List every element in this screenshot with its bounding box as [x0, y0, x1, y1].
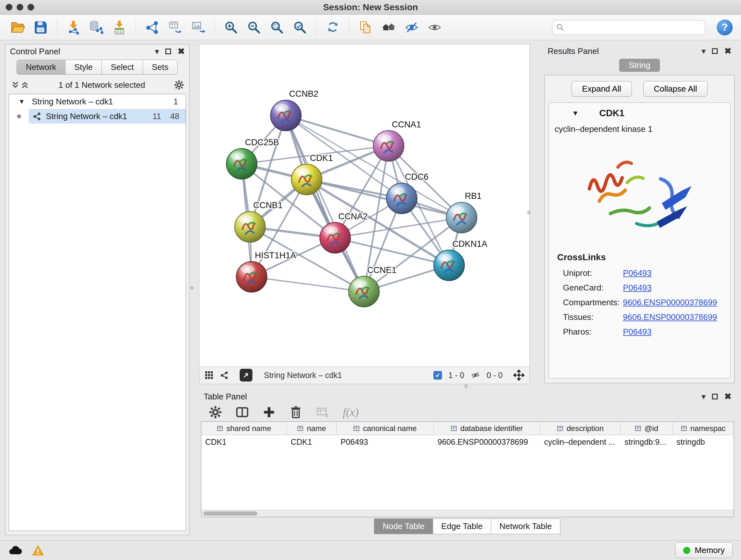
column-header-description[interactable]: description — [540, 422, 621, 435]
network-node-CCNB2[interactable]: CCNB2 — [271, 89, 319, 131]
gene-collapse-icon[interactable]: ▼ — [572, 109, 579, 118]
panel-float-icon[interactable] — [712, 394, 718, 399]
collapse-all-icon[interactable] — [10, 80, 20, 90]
refresh-button[interactable] — [324, 18, 342, 37]
copy-document-button[interactable] — [356, 18, 375, 37]
show-all-button[interactable] — [425, 18, 444, 37]
pan-crosshair-icon[interactable] — [514, 370, 524, 381]
tree-expand-icon[interactable]: ▼ — [18, 98, 25, 105]
column-header-shared-name[interactable]: shared name — [201, 422, 287, 435]
grid-view-icon[interactable] — [205, 371, 213, 380]
import-table-file-button[interactable] — [110, 18, 129, 37]
show-columns-icon[interactable] — [235, 406, 249, 419]
column-header-database-identifier[interactable]: database identifier — [434, 422, 540, 435]
zoom-in-button[interactable] — [222, 18, 240, 37]
network-edge-CCNB2-CCNE1[interactable] — [286, 116, 364, 292]
table-cell[interactable]: cyclin–dependent ... — [540, 435, 621, 449]
network-node-CDK1[interactable]: CDK1 — [291, 153, 333, 195]
tab-network-table[interactable]: Network Table — [491, 518, 560, 534]
network-canvas[interactable]: CCNB2CCNA1CDC25BCDK1CDC6RB1CCNB1CCNA2CDK… — [199, 44, 529, 367]
import-network-database-button[interactable] — [87, 18, 106, 37]
cloud-icon[interactable] — [8, 545, 22, 556]
collapse-all-button[interactable]: Collapse All — [643, 81, 708, 97]
tab-node-table[interactable]: Node Table — [374, 518, 433, 534]
network-node-CDKN1A[interactable]: CDKN1A — [434, 239, 487, 281]
window-close-button[interactable] — [6, 4, 12, 10]
zoom-fit-button[interactable] — [268, 18, 286, 37]
network-node-CCNA1[interactable]: CCNA1 — [374, 119, 421, 161]
crosslink-value-link[interactable]: P06493 — [623, 327, 652, 337]
add-column-icon[interactable] — [262, 406, 276, 419]
gear-icon[interactable] — [174, 80, 184, 90]
network-from-table-button[interactable] — [166, 18, 185, 37]
zoom-selected-button[interactable] — [291, 18, 309, 37]
tab-network[interactable]: Network — [17, 60, 65, 75]
selected-checkbox-icon[interactable] — [433, 371, 442, 380]
zoom-out-button[interactable] — [245, 18, 263, 37]
help-button[interactable]: ? — [717, 19, 733, 36]
expand-all-icon[interactable] — [20, 80, 30, 90]
panel-minimize-icon[interactable]: ▾ — [155, 47, 159, 56]
crosslink-value-link[interactable]: P06493 — [623, 283, 652, 293]
import-network-file-button[interactable] — [64, 18, 83, 37]
network-edge-CCNE1-HIST1H1A[interactable] — [252, 277, 364, 292]
window-zoom-button[interactable] — [27, 4, 34, 10]
table-settings-gear-icon[interactable] — [209, 406, 222, 419]
hide-selected-button[interactable] — [402, 18, 421, 37]
delete-column-icon[interactable] — [289, 406, 302, 419]
table-row[interactable]: CDK1CDK1P064939606.ENSP00000378699cyclin… — [201, 435, 734, 449]
column-header-namespac[interactable]: namespac — [673, 422, 734, 435]
open-session-button[interactable] — [8, 18, 27, 37]
network-node-CDC25B[interactable]: CDC25B — [226, 137, 279, 179]
memory-button[interactable]: Memory — [675, 543, 733, 558]
network-node-CCNE1[interactable]: CCNE1 — [348, 265, 396, 307]
panel-float-icon[interactable] — [165, 49, 171, 54]
panel-minimize-icon[interactable]: ▾ — [701, 47, 705, 55]
network-node-RB1[interactable]: RB1 — [446, 191, 482, 233]
home-button[interactable] — [380, 18, 398, 37]
table-cell[interactable]: CDK1 — [201, 435, 287, 449]
function-builder-button[interactable]: f(x) — [343, 406, 359, 419]
table-cell[interactable]: stringdb — [673, 435, 734, 449]
splitter-handle[interactable] — [190, 286, 194, 290]
hidden-eye-slash-icon[interactable] — [471, 370, 480, 380]
panel-float-icon[interactable] — [712, 48, 718, 54]
new-network-button[interactable] — [143, 18, 161, 37]
table-cell[interactable]: CDK1 — [287, 435, 337, 449]
crosslink-value-link[interactable]: 9606.ENSP00000378699 — [623, 312, 717, 322]
table-horizontal-scrollbar[interactable] — [201, 510, 734, 517]
window-minimize-button[interactable] — [17, 4, 23, 10]
search-input[interactable] — [568, 23, 701, 32]
panel-minimize-icon[interactable]: ▾ — [701, 392, 705, 401]
column-header-canonical-name[interactable]: canonical name — [337, 422, 434, 435]
share-view-icon[interactable] — [220, 371, 229, 380]
tab-edge-table[interactable]: Edge Table — [433, 518, 491, 534]
gene-section-header[interactable]: ▼ CDK1 — [549, 103, 730, 122]
results-tab-string[interactable]: String — [619, 59, 660, 72]
search-box[interactable] — [552, 20, 705, 35]
expand-all-button[interactable]: Expand All — [571, 81, 632, 97]
splitter-handle[interactable] — [464, 384, 468, 388]
table-cell[interactable]: 9606.ENSP00000378699 — [434, 435, 540, 449]
table-cell[interactable]: stringdb:9... — [621, 435, 673, 449]
scrollbar-thumb[interactable] — [203, 511, 258, 516]
crosslink-value-link[interactable]: P06493 — [623, 268, 652, 278]
warning-icon[interactable] — [32, 545, 44, 556]
column-header--id[interactable]: @id — [621, 422, 673, 435]
splitter-handle[interactable] — [527, 211, 531, 214]
network-collection-row[interactable]: ▼ String Network – cdk1 1 — [9, 94, 186, 109]
open-external-button[interactable] — [240, 369, 253, 381]
table-cell[interactable]: P06493 — [337, 435, 434, 449]
tab-select[interactable]: Select — [102, 60, 143, 75]
tab-sets[interactable]: Sets — [143, 60, 178, 75]
panel-close-icon[interactable]: ✖ — [178, 47, 185, 56]
panel-close-icon[interactable]: ✖ — [724, 392, 731, 401]
column-header-name[interactable]: name — [287, 422, 337, 435]
tab-style[interactable]: Style — [65, 60, 102, 75]
save-session-button[interactable] — [31, 18, 50, 37]
crosslink-value-link[interactable]: 9606.ENSP00000378699 — [623, 298, 717, 307]
export-image-button[interactable] — [189, 18, 207, 37]
network-row[interactable]: String Network – cdk1 11 48 — [9, 109, 186, 124]
network-node-HIST1H1A[interactable]: HIST1H1A — [236, 250, 296, 292]
network-edge-CCNB2-CCNA1[interactable] — [286, 116, 389, 146]
